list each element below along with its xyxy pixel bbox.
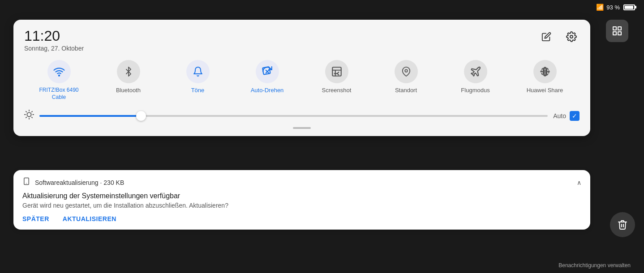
brightness-thumb[interactable] (136, 111, 146, 121)
header-icons (538, 29, 580, 45)
auto-label: Auto (553, 112, 566, 119)
notification-body-title: Aktualisierung der Systemeinstellungen v… (22, 192, 581, 200)
svg-line-21 (26, 117, 26, 118)
toggle-autorotate[interactable]: Auto-Drehen (245, 60, 290, 101)
wifi-icon (47, 60, 71, 83)
panel-header: 11:20 Sonntag, 27. Oktober (24, 29, 580, 52)
notification-header: Softwareaktualisierung · 230 KB ∧ (22, 177, 581, 188)
toggle-screenshot[interactable]: Screenshot (314, 60, 359, 101)
toggle-location[interactable]: Standort (384, 60, 429, 101)
svg-line-22 (32, 111, 32, 112)
right-panel (599, 20, 635, 42)
brightness-icon (24, 110, 34, 122)
notification-title: Softwareaktualisierung · 230 KB (35, 179, 572, 186)
svg-rect-26 (618, 27, 621, 30)
screenshot-icon (325, 60, 348, 83)
bluetooth-icon (117, 60, 140, 83)
tone-label: Töne (191, 87, 205, 94)
quick-settings-panel: 11:20 Sonntag, 27. Oktober (13, 20, 590, 136)
notification-actions: SPÄTER AKTUALISIEREN (22, 215, 581, 222)
brightness-row: Auto ✓ (24, 110, 580, 122)
manage-notifications-link[interactable]: Benachrichtigungen verwalten (558, 262, 631, 269)
toggle-bluetooth[interactable]: Bluetooth (106, 60, 151, 101)
notification-panel: Softwareaktualisierung · 230 KB ∧ Aktual… (13, 170, 590, 230)
toggle-grid: FRITZ!Box 6490Cable Bluetooth Töne (24, 60, 580, 101)
wifi-label: FRITZ!Box 6490Cable (39, 87, 78, 101)
flightmode-label: Flugmodus (461, 87, 489, 94)
svg-rect-5 (332, 67, 341, 76)
svg-line-18 (32, 117, 32, 118)
status-bar: 📶 93 % (596, 4, 635, 11)
bluetooth-label: Bluetooth (116, 87, 141, 94)
notification-body-text: Gerät wird neu gestartet, um die Install… (22, 202, 581, 209)
toggle-tone[interactable]: Töne (176, 60, 220, 101)
tone-icon (186, 60, 210, 83)
date-display: Sonntag, 27. Oktober (24, 45, 84, 52)
screenshot-label: Screenshot (322, 87, 352, 94)
trash-button[interactable] (610, 212, 635, 237)
later-button[interactable]: SPÄTER (22, 215, 49, 222)
brightness-slider-fill (39, 115, 141, 117)
time-block: 11:20 Sonntag, 27. Oktober (24, 29, 84, 52)
time-display: 11:20 (24, 29, 84, 43)
autorotate-label: Auto-Drehen (251, 87, 284, 94)
auto-section: Auto ✓ (553, 111, 580, 121)
wifi-status-icon: 📶 (596, 4, 604, 11)
location-label: Standort (395, 87, 417, 94)
notification-expand-icon[interactable]: ∧ (577, 179, 581, 186)
autorotate-icon (256, 60, 279, 83)
svg-rect-25 (613, 27, 616, 30)
svg-rect-28 (613, 32, 616, 35)
flightmode-icon (464, 60, 487, 83)
update-button[interactable]: AKTUALISIEREN (63, 215, 116, 222)
huawei-share-icon (533, 60, 557, 83)
auto-checkbox[interactable]: ✓ (570, 111, 580, 121)
huawei-share-label: Huawei Share (527, 87, 563, 94)
battery-percent: 93 % (606, 4, 620, 11)
edit-button[interactable] (538, 29, 554, 45)
svg-point-14 (27, 113, 31, 117)
right-icon-box[interactable] (606, 20, 628, 42)
notification-app-icon (22, 177, 30, 188)
toggle-flightmode[interactable]: Flugmodus (453, 60, 498, 101)
svg-line-17 (26, 111, 26, 112)
settings-button[interactable] (563, 29, 580, 45)
svg-point-1 (58, 75, 59, 76)
svg-point-0 (570, 35, 573, 38)
toggle-huawei-share[interactable]: Huawei Share (523, 60, 567, 101)
brightness-slider-track[interactable] (39, 115, 548, 117)
svg-point-9 (405, 69, 408, 72)
svg-rect-27 (618, 32, 621, 35)
drag-handle[interactable] (293, 127, 311, 129)
location-icon (395, 60, 418, 83)
toggle-wifi[interactable]: FRITZ!Box 6490Cable (37, 60, 82, 101)
battery-icon (623, 4, 635, 10)
